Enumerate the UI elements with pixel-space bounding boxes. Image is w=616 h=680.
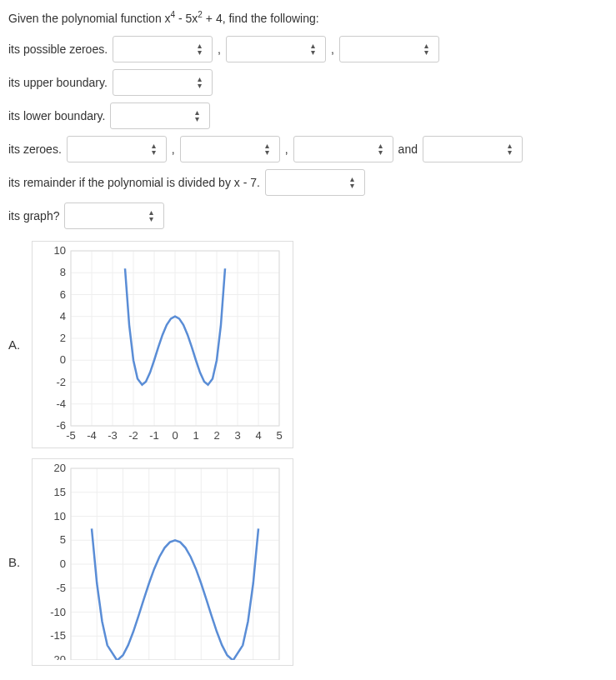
label-graph: its graph?: [8, 209, 59, 222]
label-remainder: its remainder if the polynomial is divid…: [8, 176, 260, 189]
zero-2-select[interactable]: ▴▾: [180, 136, 280, 162]
svg-text:-1: -1: [149, 429, 159, 442]
label-lower-boundary: its lower boundary.: [8, 109, 105, 122]
chevrons-icon: ▴▾: [424, 42, 428, 56]
question-text: Given the polynomial function x4 - 5x2 +…: [8, 8, 608, 28]
separator-text: ,: [285, 142, 288, 156]
possible-zero-1-select[interactable]: ▴▾: [113, 36, 213, 62]
chevrons-icon: ▴▾: [195, 109, 199, 122]
label-upper-boundary: its upper boundary.: [8, 76, 108, 89]
svg-text:-4: -4: [56, 397, 66, 409]
upper-boundary-select[interactable]: ▴▾: [113, 69, 213, 96]
svg-text:-20: -20: [50, 653, 66, 660]
svg-text:-15: -15: [50, 629, 66, 642]
remainder-select[interactable]: ▴▾: [265, 169, 365, 196]
chart-b: -20-15-10-505101520: [32, 458, 293, 666]
svg-text:1: 1: [193, 429, 198, 442]
chevrons-icon: ▴▾: [311, 42, 315, 56]
possible-zero-2-select[interactable]: ▴▾: [226, 36, 326, 62]
chart-a: -6-4-20246810-5-4-3-2-1012345: [32, 241, 293, 448]
svg-text:15: 15: [54, 485, 66, 498]
svg-text:10: 10: [54, 247, 66, 257]
svg-text:0: 0: [60, 353, 66, 366]
svg-text:6: 6: [60, 288, 66, 300]
separator-text: ,: [172, 142, 175, 156]
chevrons-icon: ▴▾: [265, 142, 269, 156]
chevrons-icon: ▴▾: [508, 142, 512, 156]
zero-3-select[interactable]: ▴▾: [293, 136, 393, 162]
svg-text:-4: -4: [87, 429, 97, 442]
chevrons-icon: ▴▾: [152, 142, 156, 156]
svg-text:-5: -5: [56, 581, 66, 593]
svg-text:2: 2: [213, 429, 219, 442]
label-zeroes: its zeroes.: [8, 142, 62, 156]
and-text: and: [398, 142, 418, 156]
possible-zero-3-select[interactable]: ▴▾: [339, 36, 439, 62]
svg-text:2: 2: [60, 332, 66, 344]
chevrons-icon: ▴▾: [149, 209, 153, 222]
svg-text:-2: -2: [128, 429, 138, 442]
svg-text:4: 4: [255, 429, 261, 442]
chevrons-icon: ▴▾: [350, 176, 354, 189]
svg-text:-6: -6: [56, 419, 66, 432]
svg-text:4: 4: [60, 309, 66, 322]
svg-text:-5: -5: [66, 429, 76, 442]
svg-text:-10: -10: [50, 605, 66, 618]
svg-text:3: 3: [234, 429, 240, 442]
zero-1-select[interactable]: ▴▾: [67, 136, 167, 162]
svg-text:10: 10: [54, 509, 66, 522]
chevrons-icon: ▴▾: [378, 142, 383, 156]
svg-text:8: 8: [60, 266, 66, 278]
label-possible-zeroes: its possible zeroes.: [8, 42, 108, 56]
svg-text:5: 5: [276, 429, 282, 442]
option-b-label: B.: [8, 555, 23, 569]
separator-text: ,: [331, 42, 334, 56]
graph-select[interactable]: ▴▾: [64, 202, 164, 229]
chevrons-icon: ▴▾: [198, 42, 202, 56]
lower-boundary-select[interactable]: ▴▾: [110, 102, 210, 129]
svg-text:20: 20: [54, 464, 66, 474]
svg-text:0: 0: [60, 558, 66, 570]
chevrons-icon: ▴▾: [198, 76, 202, 89]
separator-text: ,: [218, 42, 221, 56]
svg-text:0: 0: [172, 429, 178, 442]
zero-4-select[interactable]: ▴▾: [423, 136, 523, 162]
option-a-label: A.: [8, 338, 23, 352]
svg-text:-3: -3: [108, 429, 118, 442]
svg-text:-2: -2: [56, 375, 66, 388]
svg-text:5: 5: [60, 533, 66, 546]
